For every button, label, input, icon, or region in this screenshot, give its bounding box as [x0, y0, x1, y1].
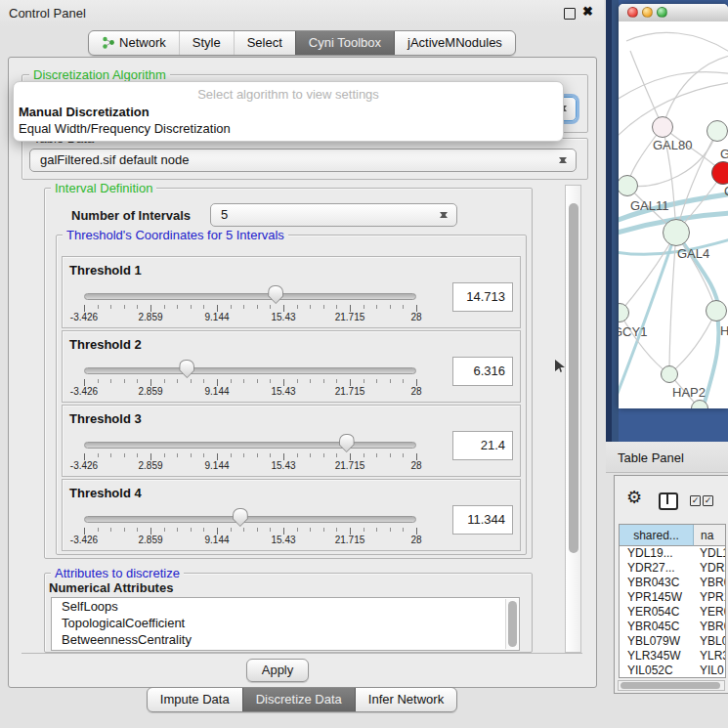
table-row[interactable]: YIL052CYIL0 — [620, 664, 726, 678]
slider-tick — [137, 528, 138, 532]
slider-tick — [310, 528, 311, 532]
tab-impute-data[interactable]: Impute Data — [148, 688, 242, 711]
threshold-slider-track[interactable] — [84, 367, 416, 374]
table-horizontal-scrollbar[interactable] — [618, 680, 725, 691]
float-window-icon[interactable] — [564, 8, 576, 20]
network-node-label: GAL4 — [677, 246, 709, 261]
slider-tick — [323, 305, 324, 309]
slider-tick — [150, 453, 151, 460]
popup-option-equal-width-frequency[interactable]: Equal Width/Frequency Discretization — [18, 121, 559, 136]
table-panel-body: ⚙ ✓ ✓ shared... na YDL19...YDL1YDR27...Y… — [614, 475, 728, 694]
threshold-slider-thumb[interactable] — [233, 508, 248, 527]
slider-tick — [124, 528, 125, 532]
list-scrollbar[interactable] — [505, 599, 518, 649]
threshold-value-input[interactable]: 21.4 — [452, 431, 513, 460]
apply-button[interactable]: Apply — [246, 659, 309, 682]
settings-scrollbar-thumb[interactable] — [569, 203, 578, 553]
slider-tick-label: -3.426 — [70, 460, 98, 471]
popup-option-manual-discretization[interactable]: Manual Discretization — [18, 105, 559, 119]
table-row[interactable]: YBR045CYBR0 — [620, 620, 726, 634]
table-row[interactable]: YDR27...YDR2 — [620, 561, 726, 576]
network-node[interactable] — [661, 365, 678, 383]
slider-tick — [110, 379, 111, 383]
cytoscape-window: Control Panel ✖ Network Style Select — [0, 0, 728, 728]
network-node[interactable] — [706, 300, 727, 321]
select-all-checkbox-icon[interactable]: ✓ — [690, 495, 701, 506]
slider-tick — [416, 305, 417, 312]
attribute-list-item[interactable]: TopologicalCoefficient — [52, 615, 519, 631]
interval-definition-group-title: Interval Definition — [51, 181, 156, 195]
table-row[interactable]: YLR345WYLR3 — [620, 649, 726, 664]
tab-cyni-toolbox[interactable]: Cyni Toolbox — [295, 31, 394, 55]
threshold-value-input[interactable]: 6.316 — [452, 357, 513, 386]
number-of-intervals-combobox[interactable]: 5 — [210, 203, 457, 227]
close-icon[interactable]: ✖ — [582, 4, 593, 19]
table-data-combobox[interactable]: galFiltered.sif default node — [29, 149, 577, 172]
tab-style[interactable]: Style — [179, 31, 234, 55]
slider-tick — [164, 379, 165, 383]
column-header-name[interactable]: na — [694, 525, 726, 546]
slider-tick-label: -3.426 — [70, 312, 98, 322]
tab-network[interactable]: Network — [89, 31, 179, 55]
slider-tick-label: 2.859 — [138, 386, 162, 397]
slider-tick — [257, 528, 258, 532]
slider-tick — [177, 528, 178, 532]
table-row[interactable]: YBL079WYBL0 — [620, 634, 726, 649]
threshold-panel: Threshold 4-3.4262.8599.14415.4321.71528… — [62, 479, 521, 551]
table-row[interactable]: YDL19...YDL1 — [620, 546, 726, 561]
slider-tick — [243, 305, 244, 309]
minimize-button[interactable] — [642, 7, 653, 18]
column-header-shared-name[interactable]: shared... — [620, 525, 694, 546]
settings-scrollbar[interactable] — [565, 185, 581, 653]
table-panel-titlebar: Table Panel — [606, 442, 728, 473]
slider-tick — [403, 305, 404, 309]
threshold-value-input[interactable]: 11.344 — [452, 505, 513, 535]
threshold-value-input[interactable]: 14.713 — [452, 282, 513, 312]
threshold-slider-track[interactable] — [84, 442, 416, 449]
attribute-list-item[interactable]: SelfLoops — [52, 598, 519, 615]
slider-tick — [203, 528, 204, 532]
threshold-slider-thumb[interactable] — [179, 360, 194, 378]
network-node[interactable] — [652, 116, 673, 138]
column-layout-icon[interactable] — [659, 492, 678, 510]
attribute-list-item[interactable]: BetweennessCentrality — [52, 631, 519, 648]
tab-jactivemnodules[interactable]: jActiveMNodules — [394, 31, 515, 55]
threshold-slider-track[interactable] — [84, 516, 416, 523]
tab-select[interactable]: Select — [234, 31, 295, 55]
slider-tick — [403, 528, 404, 532]
network-canvas[interactable]: GAL80GCGAL11GAL4GCY1HHAP2 — [619, 21, 728, 408]
slider-tick — [270, 305, 271, 309]
threshold-slider-track[interactable] — [84, 293, 416, 300]
table-horizontal-scrollbar-thumb[interactable] — [621, 682, 720, 689]
numerical-attributes-list[interactable]: SelfLoopsTopologicalCoefficientBetweenne… — [51, 597, 520, 651]
settings-gear-icon[interactable]: ⚙ — [626, 489, 642, 506]
slider-tick — [376, 453, 377, 457]
slider-tick — [231, 305, 232, 309]
network-node[interactable] — [663, 219, 690, 246]
select-none-checkbox-icon[interactable]: ✓ — [703, 495, 713, 506]
threshold-slider-thumb[interactable] — [339, 434, 355, 452]
table-row[interactable]: YPR145WYPR1 — [620, 590, 726, 605]
network-node[interactable] — [711, 161, 728, 185]
threshold-slider-thumb[interactable] — [268, 285, 283, 304]
table-row[interactable]: YER054CYER0 — [620, 605, 726, 620]
close-button[interactable] — [627, 7, 638, 18]
slider-tick — [323, 528, 324, 532]
tab-discretize-data[interactable]: Discretize Data — [242, 688, 355, 711]
slider-tick — [150, 305, 151, 312]
cell-name: YER0 — [700, 605, 726, 620]
network-view-window[interactable]: GAL80GCGAL11GAL4GCY1HHAP2 — [619, 4, 728, 408]
node-table[interactable]: shared... na YDL19...YDL1YDR27...YDR2YBR… — [619, 524, 726, 678]
threshold-label: Threshold 2 — [69, 337, 142, 352]
zoom-button[interactable] — [657, 7, 667, 18]
network-node[interactable] — [707, 120, 728, 142]
cell-name: YBR0 — [700, 620, 726, 634]
slider-tick — [257, 379, 258, 383]
tab-infer-network[interactable]: Infer Network — [355, 688, 456, 711]
slider-tick — [270, 528, 271, 532]
slider-tick — [177, 379, 178, 383]
tab-style-label: Style — [193, 35, 221, 50]
slider-tick — [124, 379, 125, 383]
list-scrollbar-thumb[interactable] — [508, 601, 517, 647]
table-row[interactable]: YBR043CYBR0 — [620, 576, 726, 590]
